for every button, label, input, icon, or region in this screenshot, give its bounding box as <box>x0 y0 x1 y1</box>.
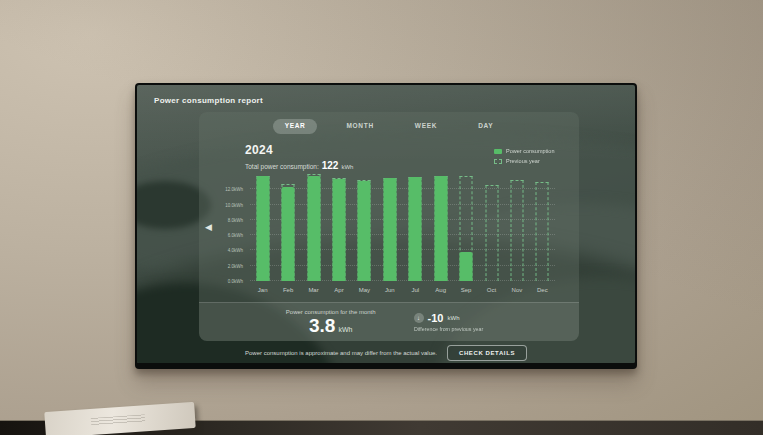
chart-columns: JanFebMarAprMayJunJulAugSepOctNovDec <box>250 171 555 281</box>
x-tick-label: Feb <box>275 287 300 293</box>
y-tick-label: 10.0kWh <box>210 202 243 207</box>
month-column-feb: Feb <box>275 171 300 281</box>
report-panel: YEARMONTHWEEKDAY 2024 Total power consum… <box>199 112 579 341</box>
previous-year-bar <box>536 182 549 281</box>
x-tick-label: Aug <box>428 287 453 293</box>
total-unit: kWh <box>341 164 353 170</box>
consumption-bar <box>383 178 396 281</box>
book-print <box>91 414 145 426</box>
chart-plot: JanFebMarAprMayJunJulAugSepOctNovDec <box>250 171 555 281</box>
x-tick-label: Sep <box>453 287 478 293</box>
consumption-bar <box>256 176 269 281</box>
total-consumption: Total power consumption: 122 kWh <box>245 160 353 171</box>
consumption-bar <box>332 179 345 281</box>
month-column-aug: Aug <box>428 171 453 281</box>
month-column-dec: Dec <box>530 171 555 281</box>
total-label: Total power consumption: <box>245 163 319 170</box>
month-column-oct: Oct <box>479 171 504 281</box>
month-column-jun: Jun <box>377 171 402 281</box>
x-tick-label: Apr <box>326 287 351 293</box>
tab-year[interactable]: YEAR <box>273 119 318 134</box>
tv-screen: Power consumption report YEARMONTHWEEKDA… <box>137 85 635 363</box>
x-tick-label: Jun <box>377 287 402 293</box>
year-heading: 2024 <box>245 143 273 157</box>
stats-section: Power consumption for the month 3.8 kWh … <box>199 302 579 341</box>
legend-swatch-dashed <box>494 159 502 164</box>
consumption-bar <box>307 176 320 281</box>
month-column-apr: Apr <box>326 171 351 281</box>
consumption-bar <box>282 187 295 281</box>
month-column-nov: Nov <box>504 171 529 281</box>
x-tick-label: Nov <box>504 287 529 293</box>
month-column-jan: Jan <box>250 171 275 281</box>
legend-item: Previous year <box>494 158 559 164</box>
month-stat-value: 3.8 <box>309 316 335 335</box>
total-value: 122 <box>322 160 339 171</box>
month-column-jul: Jul <box>403 171 428 281</box>
y-tick-label: 2.0kWh <box>210 263 243 268</box>
x-tick-label: May <box>352 287 377 293</box>
page-title: Power consumption report <box>154 96 263 105</box>
month-consumption-stat: Power consumption for the month 3.8 kWh <box>286 309 376 335</box>
tv-frame: Power consumption report YEARMONTHWEEKDA… <box>135 83 637 369</box>
y-tick-label: 4.0kWh <box>210 248 243 253</box>
x-tick-label: Jan <box>250 287 275 293</box>
month-column-may: May <box>352 171 377 281</box>
x-tick-label: Mar <box>301 287 326 293</box>
prev-period-button[interactable]: ◀ <box>205 223 212 232</box>
difference-stat: ↓ -10 kWh Difference from previous year <box>414 313 493 332</box>
tab-month[interactable]: MONTH <box>334 119 385 134</box>
month-column-mar: Mar <box>301 171 326 281</box>
previous-year-bar <box>485 185 498 281</box>
legend-label: Power consumption <box>506 148 554 154</box>
chart-legend: Power consumptionPrevious year <box>494 148 559 164</box>
consumption-bar <box>434 176 447 281</box>
tab-week[interactable]: WEEK <box>403 119 449 134</box>
decrease-icon: ↓ <box>414 313 424 323</box>
y-tick-label: 0.0kWh <box>210 279 243 284</box>
legend-label: Previous year <box>506 158 540 164</box>
disclaimer-text: Power consumption is approximate and may… <box>245 350 437 356</box>
legend-swatch-filled <box>494 149 502 154</box>
x-tick-label: Dec <box>530 287 555 293</box>
y-tick-label: 6.0kWh <box>210 233 243 238</box>
legend-item: Power consumption <box>494 148 559 154</box>
month-stat-unit: kWh <box>338 326 352 333</box>
previous-year-bar <box>510 180 523 281</box>
consumption-bar <box>358 181 371 281</box>
tab-day[interactable]: DAY <box>466 119 505 134</box>
difference-unit: kWh <box>447 315 459 321</box>
consumption-bar <box>460 252 473 281</box>
consumption-bar <box>409 177 422 281</box>
month-column-sep: Sep <box>453 171 478 281</box>
y-tick-label: 8.0kWh <box>210 218 243 223</box>
y-tick-label: 12.0kWh <box>210 187 243 192</box>
x-tick-label: Jul <box>403 287 428 293</box>
x-tick-label: Oct <box>479 287 504 293</box>
difference-value: -10 <box>428 313 444 324</box>
tab-bar: YEARMONTHWEEKDAY <box>199 119 579 134</box>
difference-label: Difference from previous year <box>414 326 483 331</box>
screen-footer: Power consumption is approximate and may… <box>137 345 635 361</box>
check-details-button[interactable]: CHECK DETAILS <box>447 345 527 361</box>
